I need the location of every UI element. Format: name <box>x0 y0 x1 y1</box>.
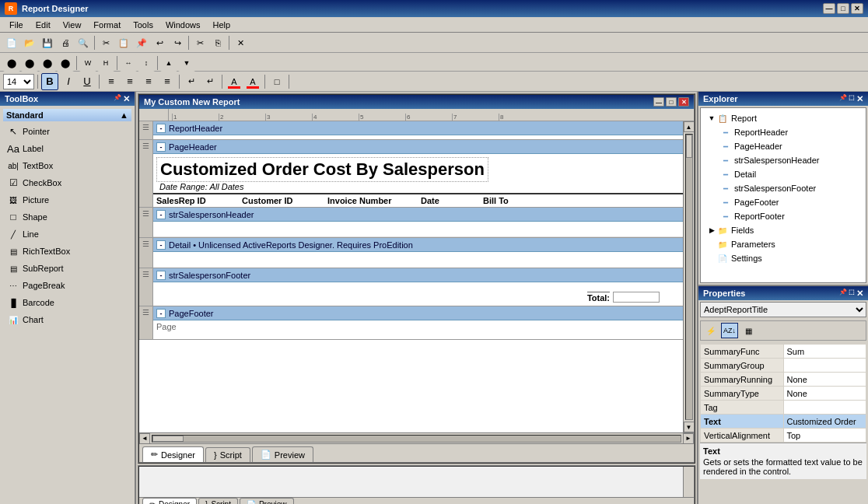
scroll-left-button[interactable]: ◄ <box>139 433 150 444</box>
font-color-button[interactable]: A <box>244 73 261 90</box>
underline-button[interactable]: U <box>79 73 96 90</box>
tab-designer[interactable]: ✏ Designer <box>142 446 204 462</box>
toolbox-close-button[interactable]: ✕ <box>123 94 130 104</box>
tree-fields[interactable]: ▶ 📁 Fields <box>704 223 863 237</box>
prop-row[interactable]: SummaryRunning None <box>701 373 866 387</box>
menu-windows[interactable]: Windows <box>159 19 207 31</box>
copy-button[interactable]: 📋 <box>115 34 132 51</box>
cut-button[interactable]: ✂ <box>97 34 114 51</box>
toolbox-pin-button[interactable]: 📌 <box>114 94 121 104</box>
detail-bar[interactable]: - Detail • Unlicensed ActiveReports Desi… <box>153 238 683 252</box>
maximize-button[interactable]: □ <box>837 3 849 14</box>
scissors-button[interactable]: ✂ <box>191 34 208 51</box>
salesperson-footer-bar[interactable]: - strSalespersonFooter <box>153 268 683 282</box>
new-button[interactable]: 📄 <box>3 34 20 51</box>
prop-row[interactable]: VerticalAlignment Top <box>701 429 866 443</box>
vertical-scrollbar[interactable]: ▲ ▼ <box>683 121 694 432</box>
prop-value-text[interactable]: Customized Order <box>783 415 866 429</box>
menu-edit[interactable]: Edit <box>30 19 57 31</box>
toolbox-pointer[interactable]: ↖ Pointer <box>3 123 131 140</box>
delete-button[interactable]: ✕ <box>232 34 249 51</box>
tree-settings[interactable]: 📄 Settings <box>704 251 863 265</box>
report-main[interactable]: ☰ - ReportHeader <box>139 121 683 432</box>
menu-file[interactable]: File <box>3 19 30 31</box>
report-main-title[interactable]: Customized Order Cost By Salesperson <box>156 157 488 182</box>
toolbox-checkbox[interactable]: ☑ CheckBox <box>3 174 131 191</box>
property-object-select[interactable]: AdeptReportTitle <box>700 302 866 317</box>
close-button[interactable]: ✕ <box>851 3 863 14</box>
spacing-vert[interactable]: ↕ <box>138 54 155 72</box>
pagefooter-move[interactable]: ☰ <box>142 308 149 317</box>
paste2-button[interactable]: ⎘ <box>209 34 226 51</box>
pagefooter-expand[interactable]: - <box>156 309 166 318</box>
tree-expand-fields[interactable]: ▶ <box>707 226 716 235</box>
explorer-float-button[interactable]: ⬚ <box>849 94 855 104</box>
align-right-button[interactable]: ≡ <box>140 73 157 90</box>
report-maximize[interactable]: □ <box>666 97 677 107</box>
pageheader-bar[interactable]: - PageHeader <box>153 140 683 154</box>
pageheader-expand[interactable]: - <box>156 142 166 152</box>
align-center-button[interactable]: ≡ <box>121 73 138 90</box>
menu-tools[interactable]: Tools <box>127 19 159 31</box>
undo-button[interactable]: ↩ <box>151 34 168 51</box>
outdent-button[interactable]: ↵ <box>201 73 219 90</box>
properties-pin-button[interactable]: 📌 <box>839 289 847 299</box>
spacing-horiz[interactable]: ↔ <box>120 54 137 72</box>
align-left-button[interactable]: ≡ <box>103 73 120 90</box>
prop-row[interactable]: SummaryGroup <box>701 359 866 373</box>
properties-float-button[interactable]: ⬚ <box>849 289 855 299</box>
toolbox-pagebreak[interactable]: ⋯ PageBreak <box>3 277 131 294</box>
prop-alpha-button[interactable]: AZ↓ <box>721 323 738 338</box>
scroll-up-button[interactable]: ▲ <box>684 121 695 132</box>
prop-events-button[interactable]: ⚡ <box>702 323 719 338</box>
bold-button[interactable]: B <box>41 73 58 90</box>
tree-expand-report[interactable]: ▼ <box>707 114 716 123</box>
prop-value-verticalignment[interactable]: Top <box>783 429 866 443</box>
detail-expand[interactable]: - <box>156 240 166 250</box>
prop-row[interactable]: SummaryType None <box>701 387 866 401</box>
prop-value-tag[interactable] <box>783 401 866 415</box>
detail-move[interactable]: ☰ <box>142 240 149 248</box>
align-top-edge[interactable]: ⬤ <box>39 54 56 72</box>
explorer-close-button[interactable]: ✕ <box>856 94 863 104</box>
scroll-right-button[interactable]: ► <box>683 433 694 444</box>
align-bottom-edge[interactable]: ⬤ <box>57 54 74 72</box>
fill-color-button[interactable]: A <box>226 73 243 90</box>
tab-preview[interactable]: 📄 Preview <box>252 446 313 462</box>
indent-button[interactable]: ↵ <box>183 73 200 90</box>
lower-tab-preview[interactable]: 📄 Preview <box>240 498 294 504</box>
tree-strsalespersonheader[interactable]: ━ strSalespersonHeader <box>704 153 863 167</box>
section-move-icon[interactable]: ☰ <box>142 123 149 131</box>
align-left-edge[interactable]: ⬤ <box>3 54 20 72</box>
tree-pageheader[interactable]: ━ PageHeader <box>704 139 863 153</box>
menu-view[interactable]: View <box>57 19 88 31</box>
toolbox-shape[interactable]: □ Shape <box>3 208 131 226</box>
h-scroll-track[interactable] <box>152 435 681 443</box>
bring-front[interactable]: ▲ <box>160 54 177 72</box>
prop-row[interactable]: Tag <box>701 401 866 415</box>
tree-report[interactable]: ▼ 📋 Report <box>704 111 863 125</box>
prop-category-button[interactable]: ▦ <box>740 323 757 338</box>
scroll-down-button[interactable]: ▼ <box>684 422 695 432</box>
horizontal-scrollbar[interactable]: ◄ ► <box>139 432 694 443</box>
redo-button[interactable]: ↪ <box>169 34 186 51</box>
tree-parameters[interactable]: 📁 Parameters <box>704 237 863 251</box>
report-subtitle[interactable]: Date Range: All Dates <box>156 182 680 191</box>
salesperson-footer-move[interactable]: ☰ <box>142 270 149 278</box>
toolbox-label[interactable]: Aa Label <box>3 140 131 157</box>
save-button[interactable]: 💾 <box>39 34 56 51</box>
print-button[interactable]: 🖨 <box>57 34 74 51</box>
tree-pagefooter[interactable]: ━ PageFooter <box>704 195 863 209</box>
salesperson-header-bar[interactable]: - strSalespersonHeader <box>153 208 683 222</box>
size-height[interactable]: H <box>97 54 114 72</box>
prop-row[interactable]: Text Customized Order <box>701 415 866 429</box>
menu-help[interactable]: Help <box>207 19 237 31</box>
toolbox-section-standard[interactable]: Standard ▲ <box>3 109 131 121</box>
toolbox-textbox[interactable]: ab| TextBox <box>3 157 131 174</box>
tree-detail[interactable]: ━ Detail <box>704 167 863 181</box>
properties-close-button[interactable]: ✕ <box>856 289 863 299</box>
toolbox-richtextbox[interactable]: ▤ RichTextBox <box>3 243 131 260</box>
toolbox-chart[interactable]: 📊 Chart <box>3 311 131 328</box>
tree-reportheader[interactable]: ━ ReportHeader <box>704 125 863 139</box>
tree-strsalespersonfooter[interactable]: ━ strSalespersonFooter <box>704 181 863 195</box>
